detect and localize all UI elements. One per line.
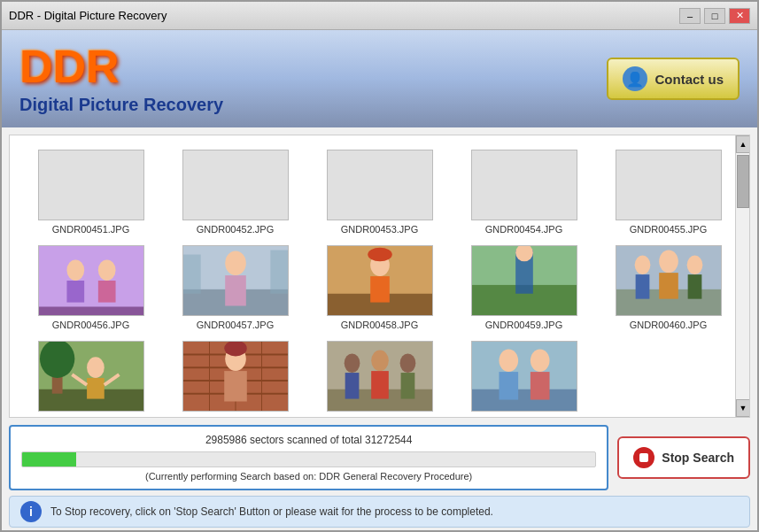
list-item[interactable]: GNDR00460.JPG bbox=[596, 240, 740, 335]
contact-icon: 👤 bbox=[623, 66, 647, 91]
svg-point-27 bbox=[686, 255, 702, 274]
svg-point-8 bbox=[225, 251, 246, 276]
app-title: Digital Picture Recovery bbox=[19, 95, 223, 115]
stop-search-button[interactable]: Stop Search bbox=[617, 436, 750, 479]
svg-point-53 bbox=[371, 351, 389, 372]
progress-box: 2985986 sectors scanned of total 3127254… bbox=[9, 425, 608, 490]
svg-rect-11 bbox=[270, 251, 288, 294]
svg-rect-24 bbox=[635, 274, 649, 299]
main-content: GNDR00451.JPG GNDR00452.JPG GNDR00453.JP… bbox=[9, 135, 750, 418]
image-filename: GNDR00460.JPG bbox=[630, 320, 707, 330]
image-filename: GNDR00456.JPG bbox=[52, 320, 129, 330]
scrollbar[interactable]: ▲ ▼ bbox=[735, 135, 749, 417]
image-thumb bbox=[38, 245, 144, 316]
image-thumb bbox=[471, 245, 577, 316]
svg-rect-15 bbox=[370, 276, 390, 303]
image-thumb bbox=[182, 245, 289, 316]
svg-rect-62 bbox=[530, 372, 549, 399]
image-thumb bbox=[182, 341, 289, 412]
scroll-thumb[interactable] bbox=[737, 155, 749, 208]
image-filename: GNDR00461.JPG bbox=[52, 415, 129, 417]
list-item[interactable]: GNDR00462.JPG bbox=[163, 335, 307, 417]
svg-point-1 bbox=[66, 259, 84, 281]
logo-text: DDR bbox=[19, 43, 223, 89]
list-item[interactable]: GNDR00463.JPG bbox=[307, 335, 452, 417]
info-icon: i bbox=[20, 501, 42, 522]
svg-rect-4 bbox=[97, 281, 115, 303]
progress-sub-text: (Currently performing Search based on: D… bbox=[21, 471, 596, 482]
svg-rect-34 bbox=[87, 378, 105, 399]
image-thumb bbox=[327, 341, 433, 412]
svg-point-25 bbox=[659, 251, 678, 274]
svg-rect-54 bbox=[371, 371, 389, 398]
image-filename: GNDR00453.JPG bbox=[341, 224, 418, 235]
svg-rect-9 bbox=[225, 275, 246, 305]
window-controls: – □ ✕ bbox=[679, 8, 750, 24]
image-filename: GNDR00457.JPG bbox=[197, 320, 274, 330]
image-filename: GNDR00462.JPG bbox=[197, 415, 274, 417]
list-item[interactable]: GNDR00452.JPG bbox=[163, 144, 307, 240]
svg-point-51 bbox=[344, 353, 360, 373]
svg-point-16 bbox=[368, 248, 392, 262]
image-thumb bbox=[471, 341, 577, 412]
image-filename: GNDR00452.JPG bbox=[197, 224, 274, 235]
svg-rect-60 bbox=[499, 372, 518, 399]
svg-rect-47 bbox=[224, 371, 247, 401]
image-thumb bbox=[38, 150, 144, 220]
image-filename: GNDR00464.JPG bbox=[485, 415, 562, 417]
close-button[interactable]: ✕ bbox=[729, 8, 750, 24]
header-left: DDR Digital Picture Recovery bbox=[19, 43, 223, 115]
svg-rect-10 bbox=[183, 255, 201, 294]
image-thumb bbox=[616, 150, 722, 220]
image-thumb bbox=[327, 150, 433, 220]
list-item[interactable]: GNDR00453.JPG bbox=[307, 144, 452, 240]
contact-label: Contact us bbox=[654, 72, 724, 87]
image-filename: GNDR00451.JPG bbox=[52, 224, 129, 235]
scroll-up-button[interactable]: ▲ bbox=[736, 135, 750, 153]
image-thumb bbox=[182, 150, 289, 220]
svg-rect-0 bbox=[39, 246, 143, 316]
svg-point-59 bbox=[499, 350, 518, 373]
svg-point-23 bbox=[634, 255, 650, 274]
image-filename: GNDR00463.JPG bbox=[341, 415, 418, 417]
svg-point-3 bbox=[97, 259, 115, 281]
progress-section: 2985986 sectors scanned of total 3127254… bbox=[9, 425, 750, 490]
svg-rect-52 bbox=[345, 373, 359, 399]
window-title: DDR - Digital Picture Recovery bbox=[9, 9, 167, 22]
svg-rect-28 bbox=[687, 274, 701, 299]
list-item[interactable]: GNDR00451.JPG bbox=[19, 144, 163, 240]
status-bar: i To Stop recovery, click on 'Stop Searc… bbox=[9, 496, 750, 528]
progress-bar-fill bbox=[22, 452, 76, 466]
list-item[interactable]: GNDR00457.JPG bbox=[163, 240, 307, 335]
stop-icon bbox=[633, 447, 654, 468]
image-filename: GNDR00454.JPG bbox=[485, 224, 562, 235]
minimize-button[interactable]: – bbox=[679, 8, 701, 24]
image-thumb bbox=[471, 150, 577, 220]
status-message: To Stop recovery, click on 'Stop Search'… bbox=[50, 505, 493, 518]
svg-rect-56 bbox=[400, 373, 414, 399]
list-item[interactable]: GNDR00455.JPG bbox=[596, 144, 740, 240]
svg-rect-2 bbox=[66, 281, 84, 303]
image-filename: GNDR00458.JPG bbox=[341, 320, 418, 330]
list-item[interactable]: GNDR00458.JPG bbox=[307, 240, 452, 335]
list-item[interactable]: GNDR00464.JPG bbox=[452, 335, 596, 417]
contact-button[interactable]: 👤 Contact us bbox=[607, 58, 740, 100]
svg-point-61 bbox=[530, 350, 549, 373]
list-item[interactable]: GNDR00454.JPG bbox=[452, 144, 596, 240]
image-thumb bbox=[616, 245, 722, 316]
title-bar: DDR - Digital Picture Recovery – □ ✕ bbox=[2, 2, 757, 30]
svg-rect-26 bbox=[659, 273, 678, 299]
list-item[interactable]: GNDR00456.JPG bbox=[19, 240, 163, 335]
list-item[interactable]: GNDR00459.JPG bbox=[452, 240, 596, 335]
image-filename: GNDR00459.JPG bbox=[485, 320, 562, 330]
maximize-button[interactable]: □ bbox=[704, 8, 725, 24]
list-item[interactable]: GNDR00461.JPG bbox=[19, 335, 163, 417]
image-thumb bbox=[327, 245, 433, 316]
svg-rect-5 bbox=[39, 307, 143, 316]
stop-search-label: Stop Search bbox=[662, 451, 734, 465]
scroll-down-button[interactable]: ▼ bbox=[736, 399, 750, 417]
svg-point-55 bbox=[399, 353, 415, 373]
svg-point-33 bbox=[87, 357, 105, 378]
svg-point-32 bbox=[39, 341, 74, 378]
image-thumb bbox=[38, 341, 144, 412]
